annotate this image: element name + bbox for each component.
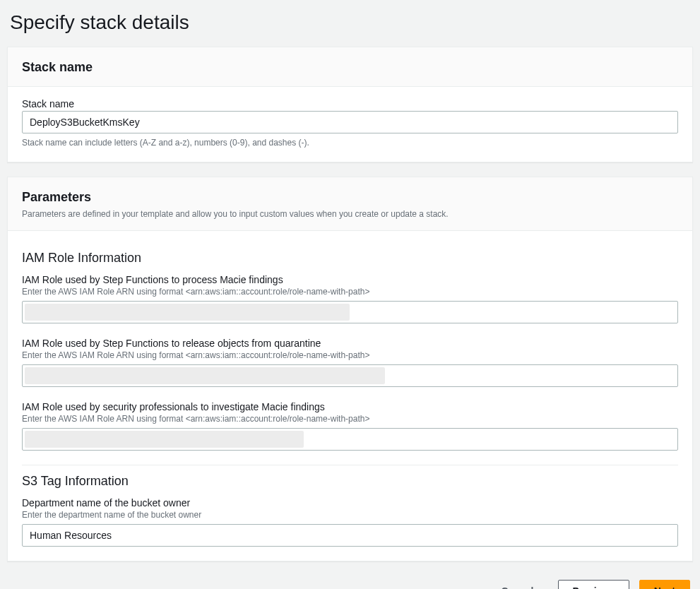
iam-role-quarantine-label: IAM Role used by Step Functions to relea… — [22, 338, 678, 349]
iam-role-macie-label: IAM Role used by Step Functions to proce… — [22, 274, 678, 285]
stack-name-label: Stack name — [22, 98, 678, 109]
iam-role-macie-desc: Enter the AWS IAM Role ARN using format … — [22, 287, 678, 297]
iam-role-security-field: IAM Role used by security professionals … — [22, 401, 678, 451]
previous-button[interactable]: Previous — [558, 580, 629, 589]
s3-section-title: S3 Tag Information — [22, 474, 678, 489]
cancel-button[interactable]: Cancel — [487, 580, 548, 589]
footer-actions: Cancel Previous Next — [7, 576, 693, 589]
s3-dept-label: Department name of the bucket owner — [22, 497, 678, 508]
stack-name-panel-header: Stack name — [8, 47, 692, 87]
iam-role-macie-input[interactable] — [22, 301, 678, 323]
iam-section-title: IAM Role Information — [22, 251, 678, 266]
section-divider — [22, 465, 678, 465]
iam-role-security-label: IAM Role used by security professionals … — [22, 401, 678, 412]
parameters-heading: Parameters — [22, 190, 678, 205]
s3-dept-input[interactable] — [22, 524, 678, 547]
parameters-subtext: Parameters are defined in your template … — [22, 209, 678, 219]
stack-name-panel: Stack name Stack name Stack name can inc… — [7, 47, 693, 162]
page-title: Specify stack details — [10, 11, 690, 34]
stack-name-input[interactable] — [22, 111, 678, 133]
iam-role-quarantine-input[interactable] — [22, 364, 678, 387]
iam-role-security-input[interactable] — [22, 428, 678, 451]
stack-name-field: Stack name Stack name can include letter… — [22, 98, 678, 148]
parameters-panel-body: IAM Role Information IAM Role used by St… — [8, 231, 692, 561]
stack-name-panel-body: Stack name Stack name can include letter… — [8, 87, 692, 162]
s3-dept-desc: Enter the department name of the bucket … — [22, 510, 678, 520]
stack-name-heading: Stack name — [22, 60, 678, 75]
next-button[interactable]: Next — [639, 580, 690, 589]
iam-role-macie-field: IAM Role used by Step Functions to proce… — [22, 274, 678, 323]
parameters-panel-header: Parameters Parameters are defined in you… — [8, 177, 692, 231]
iam-role-security-desc: Enter the AWS IAM Role ARN using format … — [22, 414, 678, 424]
parameters-panel: Parameters Parameters are defined in you… — [7, 177, 693, 561]
stack-name-hint: Stack name can include letters (A-Z and … — [22, 138, 678, 148]
iam-role-quarantine-field: IAM Role used by Step Functions to relea… — [22, 338, 678, 387]
s3-dept-field: Department name of the bucket owner Ente… — [22, 497, 678, 547]
iam-role-quarantine-desc: Enter the AWS IAM Role ARN using format … — [22, 350, 678, 360]
